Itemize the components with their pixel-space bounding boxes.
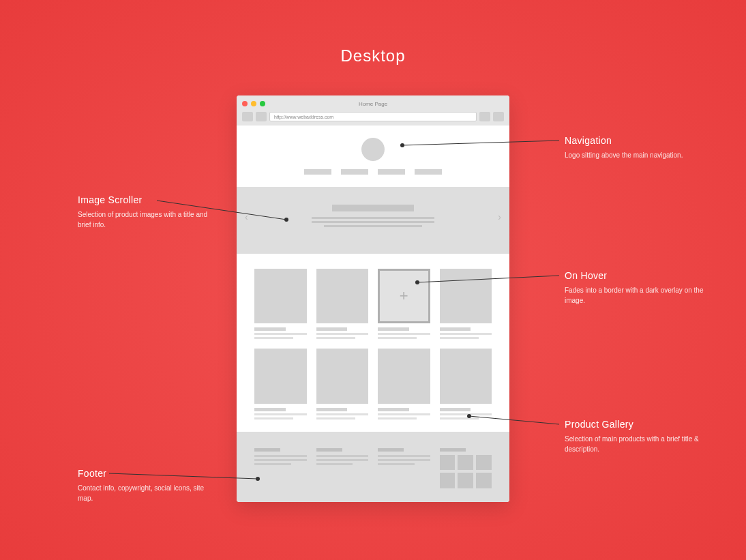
annotation-desc: Logo sitting above the main navigation. (565, 150, 708, 160)
navigation-section (237, 126, 509, 187)
annotation-gallery: Product Gallery Selection of main produc… (565, 419, 708, 454)
nav-items (237, 169, 509, 175)
plus-icon: + (378, 269, 430, 323)
footer-column (254, 448, 307, 489)
annotation-title: Product Gallery (565, 419, 708, 430)
chevron-right-icon[interactable]: › (498, 211, 501, 222)
annotation-title: Navigation (565, 135, 708, 146)
annotation-desc: Contact info, copywright, social icons, … (78, 483, 221, 503)
scroller-content (312, 205, 434, 229)
annotation-title: Image Scroller (78, 194, 221, 205)
social-icon[interactable] (458, 455, 473, 471)
social-icon[interactable] (440, 473, 456, 488)
text-line (312, 221, 434, 223)
annotation-footer: Footer Contact info, copywright, social … (78, 468, 221, 503)
annotation-desc: Selection of main products with a brief … (565, 434, 708, 454)
annotation-hover: On Hover Fades into a border with a dark… (565, 270, 708, 306)
footer-column (316, 448, 369, 489)
social-icon[interactable] (476, 473, 492, 488)
annotation-title: On Hover (565, 270, 708, 281)
footer-column-social (440, 448, 492, 489)
toolbar-button[interactable] (479, 112, 490, 121)
nav-item[interactable] (415, 169, 442, 175)
toolbar-button[interactable] (493, 112, 504, 121)
footer-column (378, 448, 430, 489)
nav-item[interactable] (304, 169, 331, 175)
product-card[interactable] (254, 349, 307, 419)
text-line (312, 217, 434, 219)
social-icon[interactable] (458, 473, 473, 488)
page-title: Desktop (0, 0, 746, 65)
url-bar[interactable]: http://www.webaddress.com (269, 112, 477, 121)
chevron-left-icon[interactable]: ‹ (245, 211, 248, 222)
forward-button[interactable] (256, 112, 267, 121)
annotation-desc: Fades into a border with a dark overlay … (565, 285, 708, 306)
image-scroller: ‹ › (237, 187, 509, 247)
annotation-title: Footer (78, 468, 221, 479)
annotation-scroller: Image Scroller Selection of product imag… (78, 194, 221, 230)
product-gallery: + (237, 254, 509, 432)
logo-placeholder[interactable] (361, 138, 385, 161)
annotation-navigation: Navigation Logo sitting above the main n… (565, 135, 708, 160)
product-card[interactable] (440, 349, 492, 419)
text-line (324, 225, 422, 227)
product-card[interactable] (316, 349, 369, 419)
social-icon[interactable] (476, 455, 492, 471)
product-card[interactable] (254, 269, 307, 339)
product-card[interactable] (316, 269, 369, 339)
browser-chrome: Home Page http://www.webaddress.com (237, 95, 509, 126)
product-card-hover[interactable]: + (378, 269, 430, 339)
browser-window: Home Page http://www.webaddress.com ‹ › (237, 95, 509, 502)
back-button[interactable] (242, 112, 253, 121)
nav-item[interactable] (341, 169, 368, 175)
scroller-title-placeholder (332, 205, 414, 211)
annotation-desc: Selection of product images with a title… (78, 209, 221, 230)
tab-title: Home Page (242, 101, 504, 107)
product-card[interactable] (378, 349, 430, 419)
product-card[interactable] (440, 269, 492, 339)
social-icon[interactable] (440, 455, 456, 471)
footer-section (237, 439, 509, 503)
nav-item[interactable] (378, 169, 405, 175)
